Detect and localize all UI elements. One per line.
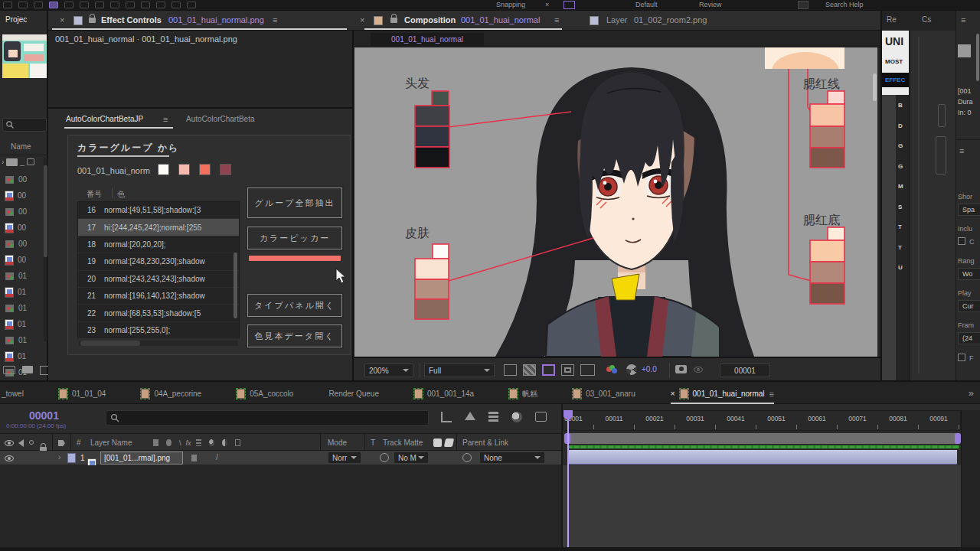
composition-viewer[interactable]: 头发 皮肤 腮红线 腮红底 <box>354 47 877 357</box>
script-tab-menu-icon[interactable]: ≡ <box>163 116 168 123</box>
include-checkbox[interactable] <box>958 237 965 245</box>
project-item[interactable]: 01 <box>5 316 41 332</box>
snapping-close-icon[interactable]: × <box>545 1 549 8</box>
workspace-review[interactable]: Review <box>699 1 722 8</box>
snapshot-camera-icon[interactable] <box>675 365 687 373</box>
matte-pickwhip-icon[interactable] <box>380 453 389 462</box>
graph-editor-icon[interactable] <box>535 412 547 422</box>
extract-all-groups-button[interactable]: グループ全部抽出 <box>247 187 342 218</box>
tool-icon[interactable] <box>126 2 135 8</box>
project-item[interactable]: 00 <box>5 252 41 268</box>
close-icon[interactable]: × <box>60 15 64 24</box>
layer-name-field[interactable]: [001_01...rmal].png <box>100 452 183 465</box>
current-frame-display[interactable]: 00001 <box>29 409 59 422</box>
tool-icon[interactable] <box>80 2 89 8</box>
search-help-label[interactable]: Search Help <box>825 1 864 8</box>
collapse-icon[interactable] <box>166 439 172 446</box>
grid-guides-icon[interactable] <box>504 364 517 376</box>
list-scrollbar-horizontal[interactable] <box>79 341 238 346</box>
group-color-swatch[interactable] <box>220 164 231 175</box>
layer-visibility-icon[interactable] <box>5 455 14 461</box>
color-row[interactable]: 23normal:[255,255,0]; <box>78 322 239 339</box>
layer-label-chip[interactable] <box>67 453 76 463</box>
tool-icon[interactable] <box>187 2 196 8</box>
three-d-layer-icon[interactable] <box>235 439 240 446</box>
project-settings-icon[interactable] <box>3 366 15 374</box>
group-color-swatch[interactable] <box>158 164 169 175</box>
tool-icon[interactable] <box>49 2 58 8</box>
resolution-select[interactable]: Full <box>424 364 495 377</box>
dock-scrollbar[interactable] <box>976 34 979 81</box>
project-item[interactable]: 00 <box>5 236 41 252</box>
solo-column-icon[interactable] <box>29 440 34 445</box>
flowchart-icon[interactable] <box>27 158 34 165</box>
region-of-interest-icon[interactable] <box>564 1 575 9</box>
layer-duration-bar[interactable] <box>567 450 957 465</box>
tab-render[interactable]: Re <box>887 15 897 24</box>
region-of-interest-icon[interactable] <box>542 364 555 376</box>
parent-link-select[interactable]: None <box>479 452 545 464</box>
label-column-icon[interactable] <box>58 440 65 446</box>
composition-flowchart-icon[interactable] <box>441 412 452 422</box>
mask-toggle-icon[interactable] <box>561 364 574 376</box>
exposure-shutter-icon[interactable] <box>626 364 637 375</box>
color-row[interactable]: 22normal:[68,53,53];shadow:[5 <box>78 305 239 321</box>
new-folder-icon[interactable] <box>22 366 33 373</box>
time-ruler[interactable]: 0000100011000210003100041000510006100071… <box>563 410 961 431</box>
list-scrollbar-vertical[interactable] <box>234 253 237 318</box>
mode-column-header[interactable]: Mode <box>328 439 347 447</box>
project-item[interactable]: 01 <box>5 284 41 300</box>
tool-icon[interactable] <box>95 2 104 8</box>
panel-menu-icon[interactable]: ≡ <box>961 16 965 24</box>
color-row[interactable]: 19normal:[248,230,230];shadow <box>78 253 239 270</box>
comp-tab-帆糕[interactable]: 帆糕 <box>509 382 537 406</box>
tool-icon[interactable] <box>64 2 74 8</box>
motion-blur-icon[interactable] <box>209 439 214 446</box>
project-item[interactable]: 01 <box>5 268 41 284</box>
color-row[interactable]: 21normal:[196,140,132];shadow <box>78 288 239 305</box>
tool-icon[interactable] <box>3 2 12 8</box>
close-icon[interactable]: × <box>360 15 364 24</box>
timeline-search-input[interactable] <box>106 410 429 425</box>
layer-row[interactable]: › 1 [001_01...rmal].png / Norr No M None <box>0 451 563 465</box>
shy-icon[interactable] <box>153 439 158 446</box>
parent-pickwhip-icon[interactable] <box>462 453 472 462</box>
preview-menu-icon[interactable]: ≡ <box>959 147 964 155</box>
show-snapshot-icon[interactable] <box>694 367 703 373</box>
dock-stack-item-most[interactable]: MOST <box>882 47 909 65</box>
composition-title[interactable]: Composition <box>404 15 456 24</box>
open-type-panel-button[interactable]: タイプパネル開く <box>247 294 342 317</box>
matte-luma-icon[interactable] <box>444 439 454 447</box>
project-item[interactable]: 01 <box>5 332 41 348</box>
frame-number-field[interactable]: 00001 <box>720 364 770 377</box>
quality-toggle[interactable]: / <box>216 453 218 461</box>
camera-view-icon[interactable] <box>580 364 595 376</box>
viewer-comp-tab[interactable]: 001_01_huai_normal <box>371 33 484 46</box>
parent-link-column-header[interactable]: Parent & Link <box>462 439 508 447</box>
tab-menu-icon[interactable]: ≡ <box>769 390 774 398</box>
panel-menu-icon[interactable]: ≡ <box>273 16 277 24</box>
tool-icon[interactable] <box>172 2 181 8</box>
tool-icon[interactable] <box>18 2 28 8</box>
comp-tab-001_001_14a[interactable]: 001_001_14a <box>414 382 474 406</box>
folder-expand-caret[interactable]: › <box>2 158 4 166</box>
adjustment-layer-icon[interactable] <box>222 439 227 446</box>
color-picker-button[interactable]: カラーピッカー <box>247 227 342 249</box>
t-column-header[interactable]: T <box>371 439 375 447</box>
shortcut-select[interactable]: Spa <box>958 204 980 216</box>
work-area-end-handle[interactable] <box>955 433 961 444</box>
project-item[interactable]: 00 <box>5 187 41 204</box>
tab-project[interactable]: Projec <box>5 15 27 24</box>
project-item[interactable]: 00 <box>5 220 41 236</box>
project-item[interactable]: 01 <box>5 348 41 364</box>
comp-tab-03_001_anaru[interactable]: 03_001_anaru <box>573 382 635 406</box>
close-icon[interactable]: × <box>671 390 675 398</box>
frame-blend-icon[interactable] <box>196 439 201 446</box>
lock-icon[interactable] <box>89 18 96 23</box>
transparency-grid-icon[interactable] <box>523 364 536 376</box>
project-item[interactable]: 00 <box>5 171 41 187</box>
channels-icon[interactable] <box>606 365 619 375</box>
audio-column-icon[interactable] <box>18 439 24 447</box>
project-item[interactable]: 00 <box>5 204 41 220</box>
group-color-swatch[interactable] <box>199 164 211 175</box>
